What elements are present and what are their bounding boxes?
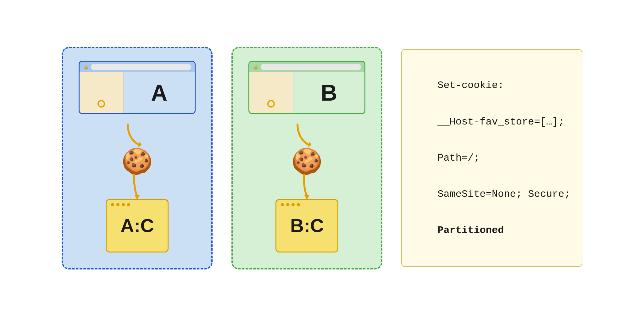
left-circle-node bbox=[97, 100, 105, 108]
left-dot-2 bbox=[116, 203, 119, 206]
right-cookie-icon: 🍪 bbox=[291, 149, 323, 174]
code-line3: Path=/; bbox=[437, 152, 480, 164]
left-storage-box: A:C bbox=[106, 199, 169, 252]
right-circle-node bbox=[267, 100, 275, 108]
code-line4: SameSite=None; Secure; bbox=[437, 188, 570, 200]
right-browser-window: 🔒 B bbox=[248, 61, 365, 114]
code-block: Set-cookie: __Host-fav_store=[…]; Path=/… bbox=[401, 49, 582, 267]
left-storage-label: A:C bbox=[120, 215, 154, 236]
left-dot-4 bbox=[127, 203, 130, 206]
right-browser-label: B bbox=[321, 80, 337, 106]
code-line2: __Host-fav_store=[…]; bbox=[437, 116, 564, 128]
left-dot-3 bbox=[122, 203, 125, 206]
right-dot-2 bbox=[286, 203, 289, 206]
left-curve-arrow bbox=[118, 124, 156, 149]
right-storage-label: B:C bbox=[290, 215, 324, 236]
right-curve-arrow bbox=[288, 124, 326, 149]
left-partition-box: 🔒 A 🍪 bbox=[62, 47, 213, 269]
right-browser-content: B bbox=[249, 72, 364, 113]
left-flow: 🍪 A:C bbox=[106, 124, 169, 252]
left-browser-content: A bbox=[80, 72, 195, 113]
left-lock-icon: 🔒 bbox=[83, 64, 89, 69]
left-curve-arrow-down bbox=[118, 174, 156, 199]
right-flow: 🍪 B:C bbox=[275, 124, 338, 252]
left-url-bar bbox=[91, 64, 191, 70]
left-browser-titlebar: 🔒 bbox=[80, 62, 195, 72]
right-dot-4 bbox=[297, 203, 300, 206]
left-browser-sidebar bbox=[80, 72, 124, 113]
right-dot-3 bbox=[291, 203, 295, 206]
right-lock-icon: 🔒 bbox=[253, 64, 258, 69]
code-line5-partitioned: Partitioned bbox=[437, 225, 504, 236]
right-browser-titlebar: 🔒 bbox=[249, 62, 364, 72]
main-container: 🔒 A 🍪 bbox=[49, 34, 595, 282]
right-browser-sidebar bbox=[249, 72, 293, 113]
left-browser-main: A bbox=[124, 72, 195, 113]
right-storage-box: B:C bbox=[275, 199, 338, 252]
left-browser-label: A bbox=[151, 80, 167, 106]
left-browser-window: 🔒 A bbox=[79, 61, 196, 114]
right-url-bar bbox=[261, 64, 361, 70]
right-dot-1 bbox=[281, 203, 284, 206]
right-curve-arrow-down bbox=[288, 174, 326, 199]
code-line1: Set-cookie: bbox=[437, 80, 504, 91]
left-storage-dots bbox=[111, 203, 130, 206]
left-dot-1 bbox=[111, 203, 114, 206]
left-cookie-icon: 🍪 bbox=[121, 149, 153, 174]
right-partition-box: 🔒 B 🍪 bbox=[231, 47, 382, 269]
right-browser-main: B bbox=[293, 72, 364, 113]
right-storage-dots bbox=[281, 203, 300, 206]
